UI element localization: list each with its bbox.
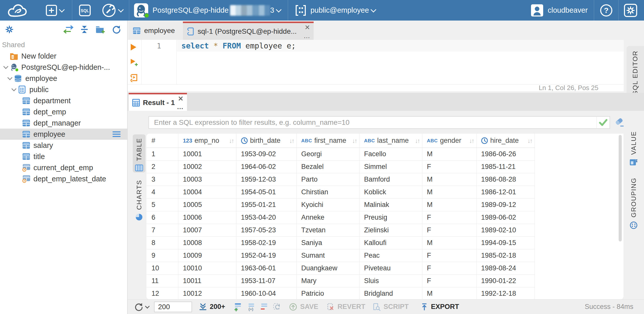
column-header-index[interactable]: # (146, 134, 178, 148)
table-cell[interactable]: 1953-04-20 (236, 211, 297, 224)
duplicate-row-button[interactable]: (+) (247, 302, 256, 311)
new-folder-button[interactable] (95, 25, 105, 34)
script-button[interactable]: SCRIPT (372, 302, 409, 311)
table-cell[interactable]: 3 (146, 173, 178, 186)
execute-new-tab-button[interactable] (130, 58, 139, 67)
table-cell[interactable]: F (422, 161, 477, 173)
table-cell[interactable]: Parto (297, 173, 359, 186)
table-cell[interactable]: F (422, 249, 477, 262)
settings-button[interactable] (624, 4, 637, 17)
table-cell[interactable]: Kalloufi (359, 237, 422, 249)
tab-charts-view[interactable]: CHARTS (133, 176, 145, 218)
table-cell[interactable]: Piveteau (359, 262, 422, 274)
table-cell[interactable]: F (422, 275, 477, 287)
tab-more-icon[interactable]: … (304, 32, 311, 40)
table-cell[interactable]: Saniya (297, 237, 359, 249)
tree-item-table[interactable]: dept_emp (0, 106, 127, 117)
column-header-last-name[interactable]: ABC last_name ↓↑ (359, 134, 422, 148)
table-cell[interactable]: M (422, 237, 477, 249)
table-cell[interactable]: Maliniak (359, 199, 422, 211)
help-button[interactable]: ? (600, 4, 613, 17)
table-cell[interactable]: Bamford (359, 173, 422, 186)
new-connection-button[interactable] (46, 5, 64, 16)
table-cell[interactable]: F (422, 211, 477, 224)
tree-item-table[interactable]: department (0, 95, 127, 106)
table-cell[interactable]: 1953-11-07 (236, 275, 297, 287)
table-cell[interactable]: 1985-11-21 (477, 161, 535, 173)
table-cell[interactable]: 10003 (178, 173, 236, 186)
table-cell[interactable]: 1986-12-01 (477, 186, 535, 198)
table-cell[interactable]: 10005 (178, 199, 236, 211)
refresh-tree-button[interactable] (111, 25, 121, 34)
column-header-emp-no[interactable]: 123 emp_no ↓↑ (178, 134, 236, 148)
table-cell[interactable]: 2 (146, 161, 178, 173)
table-cell[interactable]: 10 (146, 262, 178, 274)
tree-item-table-selected[interactable]: employee (0, 129, 127, 140)
table-cell[interactable]: 10009 (178, 249, 236, 262)
apply-filter-button[interactable] (596, 116, 610, 129)
table-cell[interactable]: 1957-05-23 (236, 224, 297, 236)
tree-item-new-folder[interactable]: New folder (0, 50, 127, 62)
table-cell[interactable]: Bezalel (297, 161, 359, 173)
table-cell[interactable]: 7 (146, 224, 178, 236)
table-cell[interactable]: 1954-05-01 (236, 186, 297, 198)
filter-input[interactable] (148, 116, 597, 129)
table-cell[interactable]: Sluis (359, 275, 422, 287)
table-cell[interactable]: Georgi (297, 148, 359, 160)
table-cell[interactable]: Facello (359, 148, 422, 160)
table-cell[interactable]: 1989-09-12 (477, 199, 535, 211)
table-cell[interactable]: Sumant (297, 249, 359, 262)
close-icon[interactable]: ✕ (305, 24, 310, 31)
sort-icon[interactable]: ↓↑ (415, 137, 420, 144)
table-cell[interactable]: 1952-04-19 (236, 249, 297, 262)
expand-chevron-icon[interactable] (3, 64, 8, 69)
sort-icon[interactable]: ↓↑ (352, 137, 357, 144)
tab-employee[interactable]: employee (129, 22, 183, 40)
table-cell[interactable]: M (422, 287, 477, 299)
tab-sql-editor-active[interactable]: sql-1 (PostgreSQL@ep-hidde... ✕ … (183, 22, 314, 40)
table-cell[interactable]: Patricio (297, 287, 359, 299)
table-cell[interactable]: 1992-12-18 (477, 287, 535, 299)
table-cell[interactable]: 1960-10-04 (236, 287, 297, 299)
table-cell[interactable]: M (422, 199, 477, 211)
table-cell[interactable]: 5 (146, 199, 178, 211)
table-cell[interactable]: 10011 (178, 275, 236, 287)
navigator-settings-button[interactable] (5, 25, 14, 34)
table-cell[interactable]: 10008 (178, 237, 236, 249)
table-cell[interactable]: Mary (297, 275, 359, 287)
table-cell[interactable]: Kyoichi (297, 199, 359, 211)
link-with-editor-button[interactable] (63, 25, 73, 34)
fetch-more-button[interactable]: 200+ (199, 303, 225, 311)
table-cell[interactable]: Koblick (359, 186, 422, 198)
tab-value-viewer[interactable]: VALUE (630, 131, 638, 166)
new-sql-editor-button[interactable]: SQL (79, 4, 91, 16)
table-cell[interactable]: 1989-06-02 (477, 211, 535, 224)
table-cell[interactable]: 10007 (178, 224, 236, 236)
table-cell[interactable]: 1986-08-28 (477, 173, 535, 186)
tab-grouping[interactable]: GROUPING (630, 178, 638, 229)
table-cell[interactable]: 4 (146, 186, 178, 198)
table-cell[interactable]: M (422, 186, 477, 198)
sort-icon[interactable]: ↓↑ (469, 137, 474, 144)
column-header-gender[interactable]: ABC gender ↓↑ (422, 134, 477, 148)
table-cell[interactable]: 1953-09-02 (236, 148, 297, 160)
table-cell[interactable]: 9 (146, 249, 178, 262)
close-icon[interactable]: ✕ (178, 95, 183, 103)
table-cell[interactable]: M (422, 173, 477, 186)
tab-more-icon[interactable]: … (177, 103, 184, 111)
table-cell[interactable]: 10012 (178, 287, 236, 299)
column-header-birth-date[interactable]: birth_date ↓↑ (236, 134, 297, 148)
table-cell[interactable]: 1955-01-21 (236, 199, 297, 211)
tree-item-table[interactable]: title (0, 151, 127, 162)
table-cell[interactable]: 11 (146, 275, 178, 287)
save-button[interactable]: SAVE (289, 302, 318, 311)
table-cell[interactable]: Anneke (297, 211, 359, 224)
add-row-button[interactable] (234, 302, 242, 311)
tree-item-schema[interactable]: public (0, 84, 127, 95)
table-cell[interactable]: F (422, 224, 477, 236)
table-cell[interactable]: 10001 (178, 148, 236, 160)
clear-filter-button[interactable] (615, 117, 625, 128)
column-header-hire-date[interactable]: hire_date ↓↑ (477, 134, 535, 148)
apply-batch-button[interactable] (272, 302, 281, 311)
table-cell[interactable]: 10006 (178, 211, 236, 224)
